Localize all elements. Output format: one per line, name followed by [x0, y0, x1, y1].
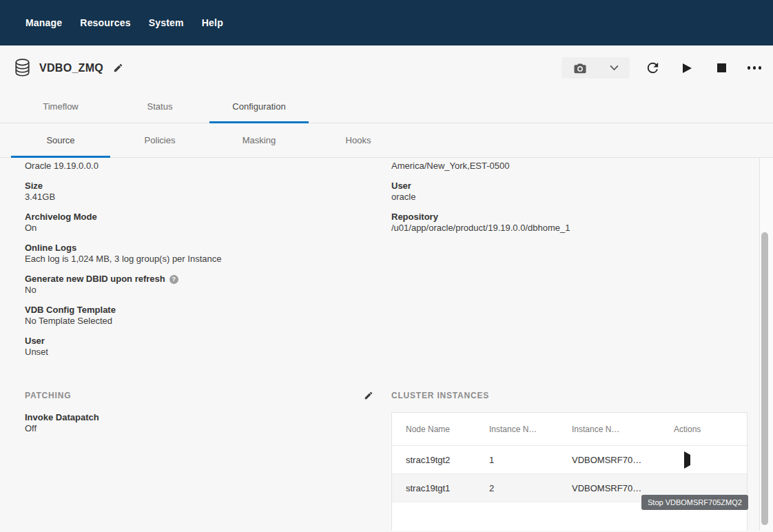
- subtab-policies[interactable]: Policies: [110, 123, 209, 157]
- field-value: Off: [25, 423, 391, 434]
- cell-actions: [674, 483, 747, 493]
- subtab-masking[interactable]: Masking: [209, 123, 309, 157]
- nav-item-manage[interactable]: Manage: [25, 17, 62, 28]
- page-title: VDBO_ZMQ: [39, 62, 103, 74]
- field-label: User: [391, 181, 748, 192]
- field-value: oracle: [391, 192, 748, 203]
- field-vdb-config-template: VDB Config Template No Template Selected: [25, 305, 391, 327]
- field-label: Generate new DBID upon refresh ?: [25, 274, 391, 285]
- field-value: America/New_York,EST-0500: [391, 161, 748, 172]
- source-details: Oracle 19.19.0.0.0 Size 3.41GB Archivelo…: [0, 158, 773, 367]
- field-size: Size 3.41GB: [25, 181, 391, 203]
- patching-section-title: PATCHING: [25, 391, 71, 400]
- column-header-instance-name: Instance N…: [572, 424, 674, 434]
- main-tab-bar: Timeflow Status Configuration: [0, 90, 773, 123]
- subtab-source[interactable]: Source: [11, 123, 110, 157]
- field-value: On: [25, 223, 391, 234]
- help-icon[interactable]: ?: [169, 275, 178, 284]
- cell-instance-number: 1: [489, 455, 572, 465]
- snapshot-split-button: [561, 57, 630, 79]
- field-label: Size: [25, 181, 391, 192]
- field-value: Oracle 19.19.0.0.0: [25, 161, 391, 172]
- column-header-node-name: Node Name: [392, 424, 489, 434]
- vertical-scrollbar-thumb[interactable]: [761, 232, 768, 525]
- configuration-sub-tab-bar: Source Policies Masking Hooks: [0, 123, 773, 158]
- field-archivelog-mode: Archivelog Mode On: [25, 212, 391, 234]
- field-value: No: [25, 285, 391, 296]
- field-value: /u01/app/oracle/product/19.19.0.0/dbhome…: [391, 223, 748, 234]
- field-repository: Repository /u01/app/oracle/product/19.19…: [391, 212, 748, 234]
- patching-edit-pencil-icon[interactable]: [364, 391, 373, 400]
- header-toolbar: [561, 57, 765, 80]
- field-label: VDB Config Template: [25, 305, 391, 316]
- cell-actions: [674, 455, 747, 465]
- table-header-row: Node Name Instance N… Instance N… Action…: [392, 413, 747, 446]
- table-row: strac19tgt2 1 VDBOMSRF70…: [392, 446, 747, 474]
- field-online-logs: Online Logs Each log is 1,024 MB, 3 log …: [25, 243, 391, 265]
- nav-item-resources[interactable]: Resources: [80, 17, 130, 28]
- vertical-scrollbar-track[interactable]: [759, 158, 773, 531]
- cell-instance-name: VDBOMSRF70…: [572, 483, 674, 493]
- tab-timeflow[interactable]: Timeflow: [11, 90, 110, 123]
- field-label: User: [25, 336, 391, 347]
- cell-instance-name: VDBOMSRF70…: [572, 455, 674, 465]
- field-value: No Template Selected: [25, 316, 391, 327]
- field-value: 3.41GB: [25, 192, 391, 203]
- stop-instance-tooltip: Stop VDBOMSRF705ZMQ2: [641, 495, 748, 510]
- column-header-actions: Actions: [674, 424, 747, 434]
- field-label: Repository: [391, 212, 748, 223]
- field-value: Each log is 1,024 MB, 3 log group(s) per…: [25, 254, 391, 265]
- page-header: VDBO_ZMQ: [0, 45, 773, 90]
- field-user-right: User oracle: [391, 181, 748, 203]
- title-group: VDBO_ZMQ: [14, 58, 123, 78]
- cluster-instances-title: CLUSTER INSTANCES: [391, 391, 489, 400]
- cluster-instances-table: Node Name Instance N… Instance N… Action…: [391, 412, 748, 531]
- field-label-text: Generate new DBID upon refresh: [25, 274, 165, 285]
- source-config-content: Oracle 19.19.0.0.0 Size 3.41GB Archivelo…: [0, 158, 773, 531]
- cell-instance-number: 2: [489, 483, 572, 493]
- field-value: Unset: [25, 347, 391, 358]
- field-label: Archivelog Mode: [25, 212, 391, 223]
- tab-configuration[interactable]: Configuration: [209, 90, 309, 123]
- cell-node-name: strac19tgt2: [392, 455, 489, 465]
- more-actions-icon[interactable]: [744, 57, 765, 80]
- field-label: Invoke Datapatch: [25, 412, 391, 423]
- snapshot-dropdown-chevron-icon[interactable]: [598, 57, 630, 79]
- snapshot-camera-icon[interactable]: [561, 57, 598, 79]
- top-nav: Manage Resources System Help: [0, 0, 773, 45]
- field-timezone: America/New_York,EST-0500: [391, 161, 748, 172]
- edit-name-pencil-icon[interactable]: [113, 63, 123, 73]
- patching-section-header: PATCHING: [25, 391, 391, 400]
- database-icon: [14, 58, 31, 78]
- tab-status[interactable]: Status: [110, 90, 209, 123]
- details-left-column: Oracle 19.19.0.0.0 Size 3.41GB Archivelo…: [25, 161, 391, 367]
- stop-vdb-icon[interactable]: [710, 57, 733, 80]
- nav-item-help[interactable]: Help: [202, 17, 223, 28]
- cell-node-name: strac19tgt1: [392, 483, 489, 493]
- field-label: Online Logs: [25, 243, 391, 254]
- cluster-instances-header: CLUSTER INSTANCES: [391, 391, 748, 400]
- start-vdb-icon[interactable]: [675, 57, 699, 80]
- field-generate-new-dbid: Generate new DBID upon refresh ? No: [25, 274, 391, 296]
- nav-item-system[interactable]: System: [149, 17, 184, 28]
- patching-section: PATCHING Invoke Datapatch Off: [25, 391, 391, 531]
- details-right-column: America/New_York,EST-0500 User oracle Re…: [391, 161, 748, 367]
- column-header-instance-number: Instance N…: [489, 424, 572, 434]
- field-invoke-datapatch: Invoke Datapatch Off: [25, 412, 391, 434]
- field-user-left: User Unset: [25, 336, 391, 358]
- refresh-icon[interactable]: [641, 57, 664, 80]
- field-database-version: Oracle 19.19.0.0.0: [25, 161, 391, 172]
- start-instance-icon[interactable]: [684, 451, 690, 469]
- subtab-hooks[interactable]: Hooks: [309, 123, 408, 157]
